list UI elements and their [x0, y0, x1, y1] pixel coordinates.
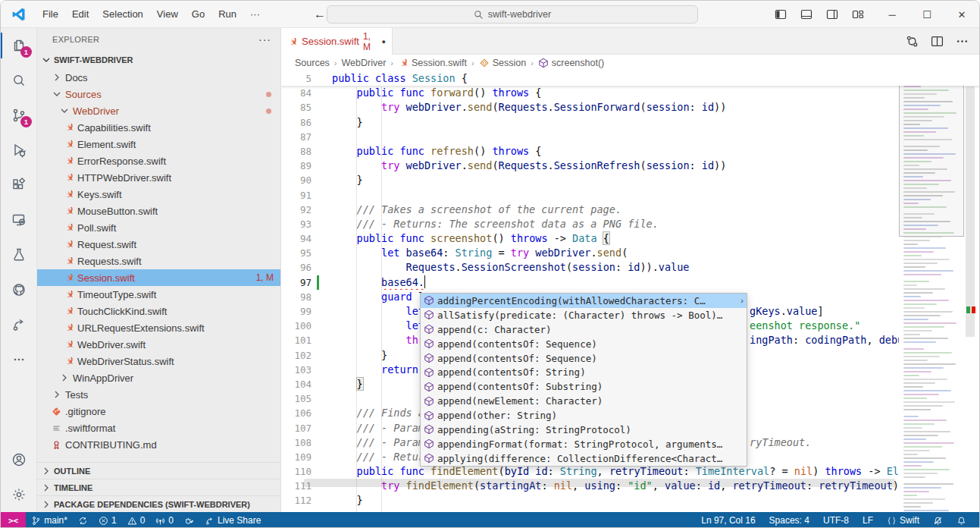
toggle-panel-icon[interactable]: [800, 8, 812, 20]
tree-item-tests[interactable]: Tests: [37, 386, 280, 403]
menu-edit[interactable]: Edit: [65, 5, 95, 23]
suggest-item[interactable]: append(c: Character): [421, 322, 747, 337]
breadcrumb-session[interactable]: Session: [479, 58, 526, 68]
dirty-indicator-icon[interactable]: ●: [382, 38, 386, 46]
status-bell-slash[interactable]: [926, 512, 950, 528]
status-bell[interactable]: [950, 512, 973, 528]
suggest-item[interactable]: append(other: String): [421, 408, 747, 423]
status-ln-97-col-16[interactable]: Ln 97, Col 16: [694, 512, 762, 528]
breadcrumb-screenshot-[interactable]: screenshot(): [538, 58, 604, 68]
code-line-89[interactable]: 89 try webDriver.send(Requests.SessionRe…: [281, 159, 980, 173]
suggest-item[interactable]: append(contentsOf: Sequence): [421, 351, 747, 366]
breadcrumb-webdriver[interactable]: WebDriver: [342, 58, 387, 68]
tree-item-requests-swift[interactable]: Requests.swift: [37, 253, 280, 269]
activity-run-and-debug-icon[interactable]: [1, 133, 37, 168]
suggest-item[interactable]: append(contentsOf: Substring): [421, 379, 747, 394]
breadcrumb-session-swift[interactable]: Session.swift: [398, 58, 467, 68]
panel-timeline[interactable]: TIMELINE: [37, 479, 280, 495]
tree-item-webdriver-swift[interactable]: WebDriver.swift: [37, 336, 280, 353]
activity-accounts-icon[interactable]: [1, 442, 37, 477]
toggle-sidebar-icon[interactable]: [775, 8, 787, 20]
tree-item-httpwebdriver-swift[interactable]: HTTPWebDriver.swift: [37, 169, 280, 186]
tree-item-request-swift[interactable]: Request.swift: [37, 236, 280, 253]
suggest-item[interactable]: append(contentsOf: Sequence): [421, 337, 747, 351]
sticky-code-line[interactable]: 5public class Session {: [281, 71, 980, 86]
tree-item--gitignore[interactable]: .gitignore: [37, 403, 280, 420]
status-lf[interactable]: LF: [856, 512, 880, 528]
activity-remote-explorer-icon[interactable]: [1, 203, 37, 237]
split-editor-icon[interactable]: [931, 35, 944, 48]
activity-more-icon[interactable]: [1, 342, 37, 377]
status-spaces-4[interactable]: Spaces: 4: [762, 512, 816, 528]
code-line-96[interactable]: 96 Requests.SessionScreenshot(session: i…: [281, 260, 980, 275]
code-line-91[interactable]: 91: [281, 188, 980, 203]
breadcrumb-sources[interactable]: Sources: [295, 58, 330, 68]
activity-extensions-icon[interactable]: [1, 168, 37, 203]
customize-layout-icon[interactable]: [852, 8, 864, 20]
status-utf-8[interactable]: UTF-8: [816, 512, 856, 528]
activity-explorer-icon[interactable]: 1: [1, 28, 37, 63]
suggest-item[interactable]: append(newElement: Character): [421, 394, 747, 408]
minimap[interactable]: [899, 71, 964, 512]
suggest-item[interactable]: addingPercentEncoding(withAllowedCharact…: [421, 294, 747, 308]
status-main-[interactable]: main*: [26, 512, 73, 528]
code-line-93[interactable]: 93 /// - Returns: The screenshot data as…: [281, 217, 980, 231]
status-debug[interactable]: [179, 512, 199, 528]
tree-item-contributing-md[interactable]: CONTRIBUTING.md: [37, 436, 280, 453]
tree-item--swiftformat[interactable]: .swiftformat: [37, 420, 280, 436]
vertical-scrollbar[interactable]: [964, 71, 980, 512]
menu-file[interactable]: File: [36, 5, 65, 23]
tree-item-mousebutton-swift[interactable]: MouseButton.swift: [37, 203, 280, 219]
menu-view[interactable]: View: [150, 5, 185, 23]
maximize-button[interactable]: ☐: [910, 1, 944, 28]
code-line-112[interactable]: 112 }: [281, 493, 980, 508]
status-swift[interactable]: Swift: [880, 512, 926, 528]
command-center-search[interactable]: swift-webdriver: [327, 5, 698, 24]
sidebar-more-icon[interactable]: ···: [258, 33, 271, 46]
workspace-section-header[interactable]: SWIFT-WEBDRIVER: [37, 51, 280, 69]
panel-package[interactable]: PACKAGE DEPENDENCIES (SWIFT-WEBDRIVER): [37, 495, 280, 512]
code-line-95[interactable]: 95 let base64: String = try webDriver.se…: [281, 246, 980, 260]
suggest-item[interactable]: allSatisfy(predicate: (Character) throws…: [421, 308, 747, 322]
nav-back-button[interactable]: ←: [314, 8, 326, 21]
tree-item-poll-swift[interactable]: Poll.swift: [37, 219, 280, 236]
code-line-90[interactable]: 90 }: [281, 173, 980, 187]
menu-go[interactable]: Go: [185, 5, 211, 23]
status-1[interactable]: 1: [93, 512, 122, 528]
tree-item-element-swift[interactable]: Element.swift: [37, 136, 280, 152]
suggest-item[interactable]: appendingFormat(format: StringProtocol, …: [421, 437, 747, 451]
tree-item-capabilities-swift[interactable]: Capabilities.swift: [37, 119, 280, 136]
toggle-secondary-sidebar-icon[interactable]: [826, 8, 838, 20]
more-actions-icon[interactable]: [956, 35, 969, 48]
tree-item-keys-swift[interactable]: Keys.swift: [37, 186, 280, 203]
suggest-item[interactable]: append(contentsOf: String): [421, 365, 747, 379]
suggest-item[interactable]: appending(aString: StringProtocol): [421, 423, 747, 437]
activity-settings-icon[interactable]: [1, 477, 37, 512]
tree-item-winappdriver[interactable]: WinAppDriver: [37, 369, 280, 386]
code-line-92[interactable]: 92 /// Takes a screenshot of the current…: [281, 203, 980, 217]
status-live-share[interactable]: Live Share: [199, 512, 266, 528]
suggest-item[interactable]: applying(difference: CollectionDifferenc…: [421, 451, 747, 466]
activity-search-icon[interactable]: [1, 63, 37, 98]
code-line-88[interactable]: 88 public func refresh() throws {: [281, 144, 980, 159]
status-sync[interactable]: [73, 512, 93, 528]
activity-github-icon[interactable]: [1, 272, 37, 307]
code-line-86[interactable]: 86 }: [281, 115, 980, 130]
status-0[interactable]: 0: [122, 512, 151, 528]
tree-item-errorresponse-swift[interactable]: ErrorResponse.swift: [37, 152, 280, 169]
code-line-85[interactable]: 85 try webDriver.send(Requests.SessionFo…: [281, 100, 980, 115]
tree-item-docs[interactable]: Docs: [37, 69, 280, 86]
code-line-87[interactable]: 87: [281, 130, 980, 144]
remote-indicator[interactable]: ><: [1, 512, 26, 528]
tree-item-sources[interactable]: Sources: [37, 86, 280, 102]
panel-outline[interactable]: OUTLINE: [37, 462, 280, 479]
menu-selection[interactable]: Selection: [95, 5, 149, 23]
tree-item-urlrequestextensions-swift[interactable]: URLRequestExtensions.swift: [37, 319, 280, 336]
code-line-84[interactable]: 84 public func forward() throws {: [281, 86, 980, 100]
tab-session-swift[interactable]: Session.swift 1, M ●: [281, 28, 393, 55]
tree-item-timeouttype-swift[interactable]: TimeoutType.swift: [37, 286, 280, 303]
menu-run[interactable]: Run: [211, 5, 243, 23]
activity-source-control-icon[interactable]: 1: [1, 98, 37, 133]
open-changes-icon[interactable]: [906, 35, 919, 48]
menu-[interactable]: ···: [243, 5, 267, 23]
